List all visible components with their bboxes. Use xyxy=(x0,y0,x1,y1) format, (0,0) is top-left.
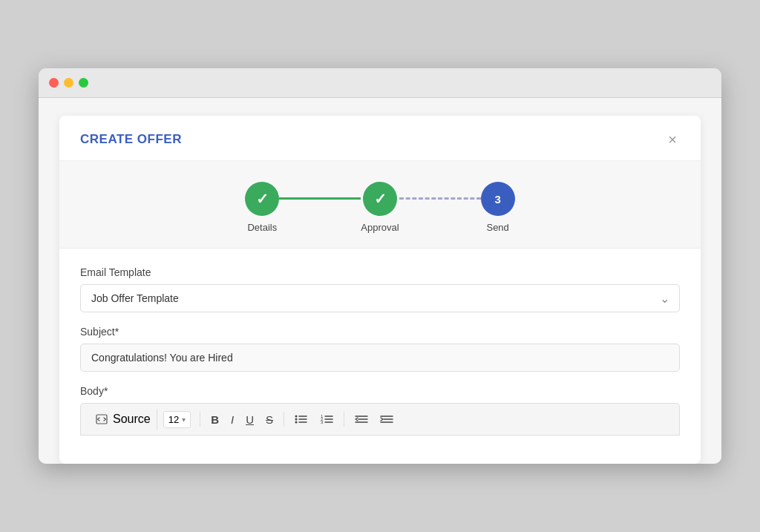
step-details: ✓ Details xyxy=(245,182,279,233)
step-label-send: Send xyxy=(486,222,508,233)
source-code-icon xyxy=(94,412,109,427)
title-bar xyxy=(39,68,721,98)
svg-point-5 xyxy=(295,421,298,424)
step-approval: ✓ Approval xyxy=(361,182,399,233)
toolbar-divider-3 xyxy=(344,412,344,427)
modal: CREATE OFFER × ✓ Details xyxy=(59,116,701,464)
modal-footer-space xyxy=(59,449,701,464)
editor-toolbar: Source 12 ▾ B I U xyxy=(80,403,680,436)
modal-close-button[interactable]: × xyxy=(665,131,680,148)
connector-2 xyxy=(399,197,481,200)
modal-container: CREATE OFFER × ✓ Details xyxy=(39,98,721,464)
svg-point-3 xyxy=(295,418,298,421)
subject-input[interactable] xyxy=(80,344,680,372)
stepper: ✓ Details ✓ Approval xyxy=(245,182,514,233)
close-button[interactable] xyxy=(49,78,59,88)
modal-header: CREATE OFFER × xyxy=(59,116,701,161)
source-button[interactable]: Source xyxy=(88,409,157,430)
bold-button[interactable]: B xyxy=(206,410,223,429)
unordered-list-button[interactable] xyxy=(290,410,312,428)
italic-button[interactable]: I xyxy=(226,410,238,429)
font-size-selector[interactable]: 12 ▾ xyxy=(163,411,191,428)
minimize-button[interactable] xyxy=(64,78,73,88)
email-template-select[interactable]: Job Offer Template xyxy=(80,284,680,312)
svg-point-1 xyxy=(295,416,298,418)
outdent-button[interactable] xyxy=(350,410,373,428)
subject-label: Subject* xyxy=(80,326,680,338)
ordered-list-button[interactable]: 1 2 3 xyxy=(315,410,338,428)
traffic-lights xyxy=(49,78,88,88)
check-icon-details: ✓ xyxy=(256,190,269,208)
window: CREATE OFFER × ✓ Details xyxy=(39,68,721,464)
toolbar-divider-2 xyxy=(284,412,284,427)
email-template-select-wrapper: Job Offer Template xyxy=(80,284,680,312)
modal-title: CREATE OFFER xyxy=(80,132,182,147)
modal-body: Email Template Job Offer Template Subjec… xyxy=(59,249,701,436)
step-circle-approval: ✓ xyxy=(363,182,397,216)
step-send: 3 Send xyxy=(481,182,515,233)
body-label: Body* xyxy=(80,385,680,397)
email-template-group: Email Template Job Offer Template xyxy=(80,266,680,312)
body-group: Body* Source xyxy=(80,385,680,436)
subject-group: Subject* xyxy=(80,326,680,372)
step-label-details: Details xyxy=(247,222,277,233)
strikethrough-button[interactable]: S xyxy=(261,410,278,429)
indent-button[interactable] xyxy=(376,410,398,428)
svg-text:3: 3 xyxy=(321,420,324,424)
step-circle-send: 3 xyxy=(481,182,515,216)
email-template-label: Email Template xyxy=(80,266,680,278)
source-label: Source xyxy=(113,413,151,426)
step-label-approval: Approval xyxy=(361,222,399,233)
step-number-send: 3 xyxy=(494,193,500,206)
maximize-button[interactable] xyxy=(79,78,88,88)
step-circle-details: ✓ xyxy=(245,182,279,216)
stepper-section: ✓ Details ✓ Approval xyxy=(59,161,701,249)
font-size-value: 12 xyxy=(168,414,179,425)
underline-button[interactable]: U xyxy=(241,410,258,429)
check-icon-approval: ✓ xyxy=(374,190,387,208)
toolbar-divider-1 xyxy=(200,412,200,427)
font-size-chevron: ▾ xyxy=(182,416,186,424)
connector-1 xyxy=(279,197,361,200)
